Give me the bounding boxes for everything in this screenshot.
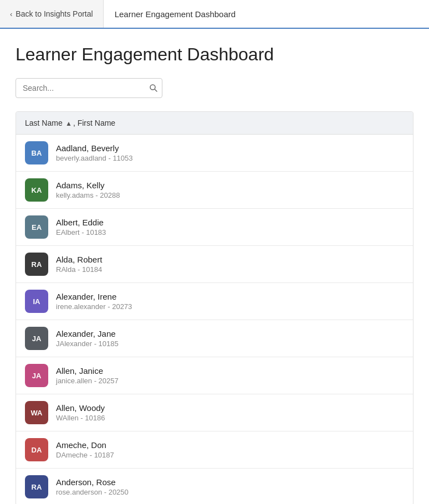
back-arrow-icon: ‹ (10, 10, 12, 18)
search-wrapper (16, 78, 162, 98)
list-item[interactable]: RAAlda, RobertRAlda - 10184 (16, 246, 413, 283)
list-item[interactable]: DAAmeche, DonDAmeche - 10187 (16, 431, 413, 469)
learner-info: Alda, RobertRAlda - 10184 (56, 255, 102, 274)
learner-info: Aadland, Beverlybeverly.aadland - 11053 (56, 143, 133, 162)
search-icon (149, 84, 158, 92)
back-label: Back to Insights Portal (16, 9, 93, 18)
avatar: JA (25, 364, 48, 387)
learner-name: Alexander, Irene (56, 292, 132, 301)
learner-info: Allen, WoodyWAllen - 10186 (56, 403, 105, 422)
list-item[interactable]: KAAdams, Kellykelly.adams - 20288 (16, 172, 413, 209)
learner-list: BAAadland, Beverlybeverly.aadland - 1105… (16, 135, 413, 504)
main-content: Learner Engagement Dashboard Last Name ▲… (0, 29, 429, 504)
list-item[interactable]: WAAllen, WoodyWAllen - 10186 (16, 394, 413, 431)
avatar: RA (25, 253, 48, 276)
learner-name: Ameche, Don (56, 440, 114, 450)
avatar: KA (25, 178, 48, 202)
learner-info: Anderson, Roserose.anderson - 20250 (56, 477, 129, 496)
learner-name: Alda, Robert (56, 255, 102, 264)
learner-username: beverly.aadland - 11053 (56, 154, 133, 162)
learner-info: Allen, Janicejanice.allen - 20257 (56, 366, 119, 385)
learner-name: Allen, Woody (56, 403, 105, 413)
breadcrumb: Learner Engagement Dashboard (104, 9, 247, 19)
avatar: IA (25, 290, 48, 313)
column-header-lastname: Last Name (25, 119, 63, 127)
back-link[interactable]: ‹ Back to Insights Portal (0, 0, 104, 28)
top-nav: ‹ Back to Insights Portal Learner Engage… (0, 0, 429, 29)
learner-username: JAlexander - 10185 (56, 340, 119, 348)
avatar: WA (25, 401, 48, 424)
learner-info: Alexander, JaneJAlexander - 10185 (56, 329, 119, 348)
list-item[interactable]: BAAadland, Beverlybeverly.aadland - 1105… (16, 135, 413, 172)
column-header-firstname: , First Name (73, 119, 115, 127)
learner-username: janice.allen - 20257 (56, 377, 119, 385)
list-item[interactable]: JAAlexander, JaneJAlexander - 10185 (16, 320, 413, 357)
search-input[interactable] (16, 78, 162, 98)
learner-name: Anderson, Rose (56, 477, 129, 487)
learner-name: Allen, Janice (56, 366, 119, 376)
learner-table: Last Name ▲, First Name BAAadland, Bever… (16, 111, 413, 504)
learner-info: Albert, EddieEAlbert - 10183 (56, 218, 106, 236)
learner-username: EAlbert - 10183 (56, 228, 106, 236)
list-item[interactable]: EAAlbert, EddieEAlbert - 10183 (16, 209, 413, 246)
table-header: Last Name ▲, First Name (16, 112, 413, 135)
learner-username: irene.alexander - 20273 (56, 302, 132, 311)
learner-username: RAlda - 10184 (56, 265, 102, 274)
learner-username: rose.anderson - 20250 (56, 488, 129, 496)
learner-name: Albert, Eddie (56, 218, 106, 227)
avatar: BA (25, 141, 48, 164)
avatar: EA (25, 215, 48, 239)
svg-line-1 (155, 90, 157, 92)
avatar: DA (25, 438, 48, 461)
learner-name: Aadland, Beverly (56, 143, 133, 153)
learner-info: Ameche, DonDAmeche - 10187 (56, 440, 114, 459)
learner-name: Adams, Kelly (56, 181, 120, 190)
sort-arrow-icon: ▲ (64, 120, 72, 127)
learner-name: Alexander, Jane (56, 329, 119, 338)
page-title: Learner Engagement Dashboard (16, 44, 413, 65)
list-item[interactable]: JAAllen, Janicejanice.allen - 20257 (16, 357, 413, 394)
list-item[interactable]: RAAnderson, Roserose.anderson - 20250 (16, 469, 413, 504)
learner-username: kelly.adams - 20288 (56, 191, 120, 199)
avatar: JA (25, 327, 48, 350)
search-button[interactable] (149, 84, 158, 92)
learner-info: Alexander, Ireneirene.alexander - 20273 (56, 292, 132, 311)
learner-info: Adams, Kellykelly.adams - 20288 (56, 181, 120, 199)
avatar: RA (25, 475, 48, 498)
learner-username: DAmeche - 10187 (56, 451, 114, 459)
learner-username: WAllen - 10186 (56, 414, 105, 422)
svg-point-0 (150, 85, 155, 90)
list-item[interactable]: IAAlexander, Ireneirene.alexander - 2027… (16, 283, 413, 320)
